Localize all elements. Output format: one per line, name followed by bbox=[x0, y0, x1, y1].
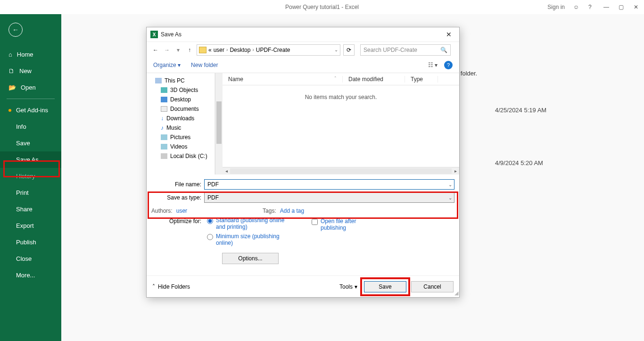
dialog-footer: ˄ Hide Folders Tools▾ Save Cancel ◢ bbox=[147, 275, 459, 297]
sidebar-label: Close bbox=[16, 255, 32, 262]
filename-input[interactable]: PDF ⌄ bbox=[204, 179, 454, 190]
empty-message: No items match your search. bbox=[223, 85, 459, 167]
new-icon: 🗋 bbox=[8, 67, 15, 75]
authors-label: Authors: bbox=[151, 208, 173, 214]
crumb-item[interactable]: UPDF-Create bbox=[256, 47, 290, 53]
options-button[interactable]: Options... bbox=[222, 253, 279, 264]
back-button[interactable]: ← bbox=[8, 23, 23, 37]
sidebar-item-new[interactable]: 🗋 New bbox=[0, 63, 61, 79]
nav-up-icon[interactable]: ↑ bbox=[185, 47, 194, 53]
tools-menu[interactable]: Tools▾ bbox=[339, 283, 357, 290]
close-icon[interactable]: ✕ bbox=[634, 4, 640, 10]
search-input[interactable]: Search UPDF-Create 🔍 bbox=[360, 44, 451, 56]
sidebar-label: Share bbox=[16, 206, 33, 213]
hide-folders-label: Hide Folders bbox=[158, 283, 190, 290]
column-headers[interactable]: Name˄ Date modified Type bbox=[223, 73, 459, 85]
hide-folders-toggle[interactable]: ˄ Hide Folders bbox=[152, 283, 190, 290]
sidebar-item-more[interactable]: More... bbox=[0, 267, 61, 283]
refresh-button[interactable]: ⟳ bbox=[343, 44, 355, 56]
dialog-titlebar: X Save As ✕ bbox=[147, 27, 459, 42]
file-metadata-row: Authors: user Tags: Add a tag bbox=[147, 206, 459, 214]
sidebar-item-home[interactable]: ⌂ Home bbox=[0, 46, 61, 63]
new-folder-button[interactable]: New folder bbox=[191, 62, 218, 68]
dialog-close-button[interactable]: ✕ bbox=[442, 29, 455, 40]
minimize-icon[interactable]: — bbox=[603, 4, 610, 10]
sidebar-item-publish[interactable]: Publish bbox=[0, 234, 61, 250]
tree-this-pc[interactable]: This PC bbox=[147, 76, 215, 85]
view-mode-button[interactable]: ☷ ▾ bbox=[428, 62, 438, 68]
breadcrumb[interactable]: « user › Desktop › UPDF-Create ⌄ bbox=[197, 44, 340, 56]
cancel-button[interactable]: Cancel bbox=[411, 281, 454, 292]
maximize-icon[interactable]: ▢ bbox=[619, 4, 625, 10]
nav-forward-icon[interactable]: → bbox=[163, 47, 171, 53]
sidebar-item-info[interactable]: Info bbox=[0, 118, 61, 135]
crumb-item[interactable]: Desktop bbox=[230, 47, 250, 53]
file-list-hscroll[interactable]: ◂ ▸ bbox=[223, 167, 459, 175]
tags-value[interactable]: Add a tag bbox=[280, 208, 304, 214]
open-after-checkbox[interactable] bbox=[312, 219, 318, 225]
backstage-main: ars when you hover over a folder. 4/25/2… bbox=[61, 14, 644, 341]
sidebar-item-share[interactable]: Share bbox=[0, 201, 61, 217]
file-list-pane: Name˄ Date modified Type No items match … bbox=[223, 73, 459, 175]
col-name[interactable]: Name bbox=[228, 76, 243, 83]
dialog-nav: ← → ▾ ↑ « user › Desktop › UPDF-Create ⌄… bbox=[147, 42, 459, 58]
tree-item[interactable]: Documents bbox=[147, 104, 215, 114]
save-as-dialog: X Save As ✕ ← → ▾ ↑ « user › Desktop › U… bbox=[146, 27, 460, 298]
open-icon: 📂 bbox=[8, 84, 16, 91]
tree-scrollbar[interactable] bbox=[215, 73, 223, 175]
chevron-down-icon[interactable]: ⌄ bbox=[448, 182, 452, 187]
optimize-area: Optimize for: Standard (publishing onlin… bbox=[147, 214, 459, 264]
folder-icon bbox=[199, 47, 206, 53]
sidebar-label: More... bbox=[16, 272, 35, 279]
help-icon[interactable]: ? bbox=[588, 4, 595, 10]
save-button[interactable]: Save bbox=[364, 281, 406, 292]
scroll-right-icon[interactable]: ▸ bbox=[452, 168, 459, 174]
sidebar-item-export[interactable]: Export bbox=[0, 217, 61, 234]
dialog-help-icon[interactable]: ? bbox=[444, 61, 453, 69]
file-fields: File name: PDF ⌄ Save as type: PDF ⌄ bbox=[147, 175, 459, 206]
chevron-down-icon[interactable]: ⌄ bbox=[448, 195, 452, 200]
open-after-label: Open file after publishing bbox=[321, 218, 377, 231]
sidebar-item-open[interactable]: 📂 Open bbox=[0, 79, 61, 96]
nav-dropdown-icon[interactable]: ▾ bbox=[174, 47, 182, 53]
col-modified[interactable]: Date modified bbox=[348, 76, 383, 83]
chevron-down-icon[interactable]: ⌄ bbox=[334, 47, 338, 52]
tags-label: Tags: bbox=[263, 208, 276, 214]
resize-grip-icon[interactable]: ◢ bbox=[454, 290, 458, 296]
tree-item[interactable]: Local Disk (C:) bbox=[147, 151, 215, 161]
sidebar-item-save-as[interactable]: Save As bbox=[0, 151, 61, 168]
app-title: Power Query tutorial1 - Excel bbox=[285, 4, 359, 10]
dialog-toolbar: Organize ▾ New folder ☷ ▾ ? bbox=[147, 58, 459, 73]
authors-value[interactable]: user bbox=[176, 208, 187, 214]
filetype-select[interactable]: PDF ⌄ bbox=[204, 192, 454, 203]
optimize-standard-label: Standard (publishing online and printing… bbox=[216, 217, 291, 230]
videos-icon bbox=[161, 144, 167, 150]
sidebar-item-save[interactable]: Save bbox=[0, 135, 61, 151]
optimize-standard-radio[interactable] bbox=[207, 218, 213, 224]
recent-date-2: 4/9/2024 5:20 AM bbox=[495, 159, 543, 166]
tree-item[interactable]: Pictures bbox=[147, 133, 215, 142]
sidebar-label: Open bbox=[21, 84, 36, 91]
sidebar-item-close[interactable]: Close bbox=[0, 250, 61, 267]
sort-icon: ˄ bbox=[334, 76, 337, 83]
col-type[interactable]: Type bbox=[411, 76, 423, 83]
filetype-label: Save as type: bbox=[151, 194, 204, 201]
tree-item[interactable]: ♪Music bbox=[147, 123, 215, 133]
tree-item[interactable]: ↓Downloads bbox=[147, 114, 215, 123]
sidebar-item-history[interactable]: History bbox=[0, 168, 61, 184]
crumb-item[interactable]: user bbox=[214, 47, 224, 53]
organize-menu[interactable]: Organize ▾ bbox=[153, 62, 181, 68]
scroll-left-icon[interactable]: ◂ bbox=[223, 168, 230, 174]
disk-icon bbox=[161, 153, 167, 159]
tree-item[interactable]: 3D Objects bbox=[147, 85, 215, 95]
sign-in-link[interactable]: Sign in bbox=[547, 4, 565, 10]
nav-back-icon[interactable]: ← bbox=[151, 47, 160, 53]
optimize-minimum-radio[interactable] bbox=[207, 234, 213, 240]
tree-item[interactable]: Videos bbox=[147, 142, 215, 151]
sidebar-item-print[interactable]: Print bbox=[0, 184, 61, 201]
app-titlebar: Power Query tutorial1 - Excel Sign in ☺ … bbox=[0, 0, 644, 14]
face-icon[interactable]: ☺ bbox=[573, 4, 580, 10]
folder-tree[interactable]: This PC 3D Objects Desktop Documents ↓Do… bbox=[147, 73, 215, 175]
tree-item[interactable]: Desktop bbox=[147, 95, 215, 104]
sidebar-item-get-addins[interactable]: Get Add-ins bbox=[0, 102, 61, 118]
